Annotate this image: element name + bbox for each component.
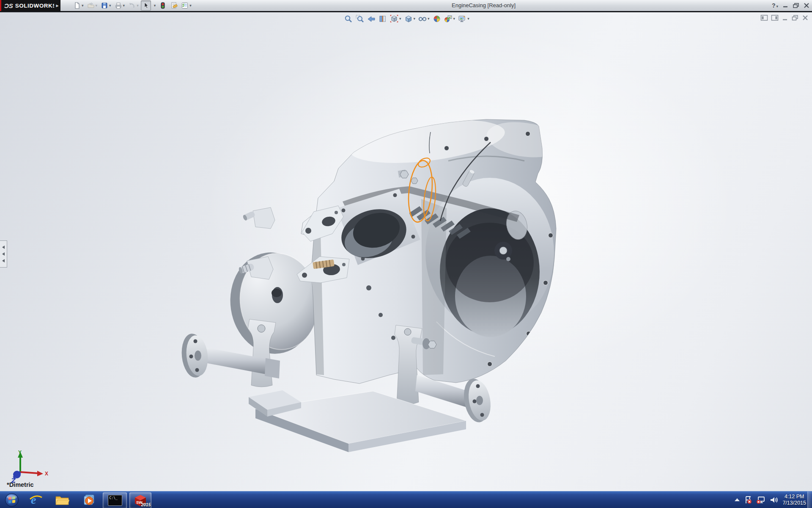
file-properties-icon [170, 2, 178, 9]
graphics-area[interactable]: ▾ ▾ ▾ [0, 12, 812, 491]
intake-flange[interactable] [297, 257, 349, 283]
sw-year-badge: 2015 [141, 502, 151, 507]
section-view-button[interactable] [378, 14, 388, 24]
window-controls: ?▾ [772, 0, 809, 11]
options-checklist-icon [181, 2, 189, 9]
new-document-button[interactable]: ▾ [72, 0, 85, 11]
action-center-icon[interactable] [744, 496, 752, 504]
eyeglasses-icon [418, 15, 427, 23]
document-title: EngineCasing [Read-only] [452, 2, 516, 8]
solidworks-2015-button[interactable]: SW 2015 [129, 492, 151, 508]
mount-lug [238, 207, 275, 279]
options-button[interactable]: ▾ [180, 0, 193, 11]
solidworks-logo: ƆS SOLIDWORKS [0, 0, 54, 11]
hide-show-items-button[interactable]: ▾ [417, 14, 431, 24]
engine-casing-model[interactable] [0, 12, 812, 491]
open-document-button[interactable]: ▾ [86, 0, 99, 11]
command-prompt-icon: C:\_ [108, 495, 122, 506]
collapse-arrow-icon [2, 246, 5, 249]
split-pane-left-icon[interactable] [760, 14, 768, 21]
display-style-icon [404, 15, 413, 23]
save-floppy-icon [101, 2, 108, 9]
apply-scene-button[interactable]: ▾ [443, 14, 456, 24]
taskbar: e C:\_ SW 2015 [0, 491, 812, 508]
traffic-light-icon [159, 2, 167, 9]
triad-y-label: Y [18, 450, 22, 456]
doc-minimize-icon[interactable] [782, 14, 788, 21]
internet-explorer-icon: e [29, 493, 43, 507]
dassault-3ds-icon: ƆS [4, 2, 13, 9]
previous-view-icon [367, 15, 376, 23]
apply-scene-icon [444, 15, 453, 23]
media-player-icon [83, 494, 96, 506]
menu-expand-arrow[interactable]: ▶ [54, 0, 60, 11]
zoom-to-area-icon [356, 15, 364, 23]
doc-close-icon[interactable] [802, 14, 809, 21]
network-status-icon[interactable] [756, 496, 765, 504]
windows-start-icon [5, 493, 19, 507]
view-settings-button[interactable]: ▾ [457, 14, 470, 24]
view-orientation-button[interactable]: ▾ [389, 14, 402, 24]
collapse-arrow-icon [2, 252, 5, 256]
split-pane-right-icon[interactable] [771, 14, 779, 21]
title-bar: ƆS SOLIDWORKS ▶ ▾ ▾ ▾ ▾ [0, 0, 812, 11]
edit-appearance-button[interactable] [432, 14, 442, 24]
save-button[interactable]: ▾ [99, 0, 112, 11]
doc-restore-icon[interactable] [791, 14, 799, 21]
show-hidden-icons-button[interactable] [734, 498, 740, 502]
view-orientation-icon [390, 15, 398, 23]
print-button[interactable]: ▾ [113, 0, 126, 11]
internet-explorer-button[interactable]: e [26, 492, 46, 508]
triad-x-label: X [45, 471, 48, 477]
zoom-to-fit-button[interactable] [343, 14, 354, 24]
appearance-ball-icon [433, 15, 441, 23]
flywheel-disc[interactable] [224, 247, 324, 359]
view-orientation-label: *Dimetric [7, 481, 34, 488]
view-settings-icon [458, 15, 466, 23]
windows-explorer-button[interactable] [52, 492, 73, 508]
folder-icon [55, 494, 69, 506]
select-tool-dropdown[interactable]: ▾ [152, 0, 157, 11]
undo-button[interactable]: ▾ [127, 0, 140, 11]
document-window-controls [760, 14, 809, 21]
previous-view-button[interactable] [366, 14, 376, 24]
rebuild-button[interactable] [158, 0, 168, 11]
show-desktop-button[interactable] [807, 491, 812, 508]
new-document-icon [73, 2, 81, 9]
close-icon[interactable] [804, 3, 809, 8]
svg-text:e: e [31, 493, 36, 506]
printer-icon [115, 2, 122, 9]
zoom-to-area-button[interactable] [355, 14, 365, 24]
undo-arrow-icon [128, 2, 136, 9]
collapse-arrow-icon [2, 259, 5, 262]
featuremanager-collapsed-tab[interactable] [0, 240, 7, 268]
main-toolbar: ▾ ▾ ▾ ▾ ▾ [72, 0, 193, 11]
section-view-icon [379, 15, 387, 23]
open-folder-icon [87, 2, 95, 9]
minimize-icon[interactable] [782, 3, 788, 8]
zoom-to-fit-icon [344, 15, 353, 23]
brand-name: SOLIDWORKS [15, 3, 57, 9]
system-tray: 4:12 PM 7/13/2015 [734, 491, 806, 508]
help-button[interactable]: ?▾ [772, 2, 778, 9]
heads-up-view-toolbar: ▾ ▾ ▾ [343, 14, 470, 24]
command-prompt-button[interactable]: C:\_ [103, 492, 127, 508]
restore-icon[interactable] [793, 3, 799, 8]
tray-clock[interactable]: 4:12 PM 7/13/2015 [782, 494, 806, 506]
base-plate[interactable] [249, 390, 466, 452]
volume-icon[interactable] [769, 496, 779, 504]
select-cursor-icon [142, 2, 150, 9]
display-style-button[interactable]: ▾ [403, 14, 417, 24]
select-tool-button[interactable] [141, 0, 151, 11]
media-player-button[interactable] [80, 492, 99, 508]
tray-date: 7/13/2015 [782, 500, 806, 506]
tray-time: 4:12 PM [782, 494, 806, 500]
file-properties-button[interactable] [169, 0, 179, 11]
start-button[interactable] [3, 492, 21, 508]
